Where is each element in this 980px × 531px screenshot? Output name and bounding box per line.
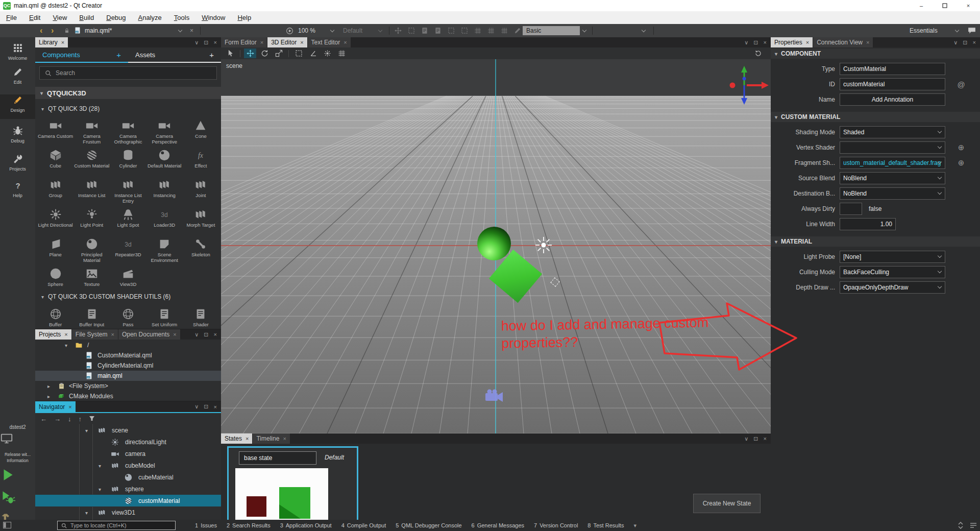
library-tab-library[interactable]: Library×	[35, 37, 68, 47]
close-document-icon[interactable]: ×	[190, 24, 193, 37]
navigator-item-view3d1[interactable]: ▾view3D1	[35, 506, 221, 518]
dropdown-chevron-icon[interactable]	[938, 144, 942, 149]
component-camera-orthographic[interactable]: Camera Orthographic	[110, 118, 146, 146]
expander-icon[interactable]: ▸	[47, 383, 50, 389]
mode-edit[interactable]: Edit	[0, 66, 35, 91]
expander-icon[interactable]: ▾	[85, 510, 88, 515]
tab-close-icon[interactable]: ×	[64, 331, 67, 337]
projects-tab-file-system[interactable]: File System×	[72, 329, 118, 340]
forward-button[interactable]: ›	[51, 24, 54, 37]
menu-edit[interactable]: Edit	[23, 11, 46, 24]
field-vertex-shader[interactable]	[840, 141, 945, 154]
minimize-button[interactable]: –	[910, 0, 933, 11]
panes-expand-icon[interactable]: ▾	[633, 522, 636, 529]
tab-components[interactable]: Components +	[35, 47, 128, 63]
field-type[interactable]: CustomMaterial	[840, 63, 945, 75]
nav-forward-icon[interactable]: →	[54, 415, 61, 423]
style-selector[interactable]: Default	[343, 24, 362, 37]
pane-menu-icon[interactable]: ∨	[744, 39, 748, 46]
rotate-tool-icon[interactable]	[258, 49, 271, 58]
component-cylinder[interactable]: Cylinder	[110, 148, 146, 175]
output-pane-test-results[interactable]: 8Test Results	[587, 522, 624, 528]
menu-view[interactable]: View	[46, 11, 73, 24]
camera-gizmo[interactable]	[482, 389, 506, 403]
component-buffer-input[interactable]: Buffer Input	[74, 306, 110, 329]
expander-icon[interactable]: ▾	[65, 343, 67, 348]
dropdown-chevron-icon[interactable]	[938, 129, 942, 133]
navigator-item-camera[interactable]: camera	[35, 448, 221, 460]
output-pane-qml-debugger-console[interactable]: 5QML Debugger Console	[396, 522, 461, 528]
component-principled-material[interactable]: Principled Material	[74, 236, 110, 264]
field-culling-mode[interactable]: BackFaceCulling	[840, 266, 945, 278]
add-shader-icon[interactable]: ⊕	[954, 141, 968, 154]
component-cube[interactable]: Cube	[37, 148, 74, 175]
projects-tab-projects[interactable]: Projects×	[35, 329, 72, 340]
pane-close-icon[interactable]: ×	[214, 331, 217, 337]
state-thumbnail[interactable]	[235, 468, 328, 520]
component-camera-custom[interactable]: Camera Custom	[37, 118, 74, 146]
component-instance-list[interactable]: Instance List	[74, 177, 110, 205]
wide-dropdown-icon[interactable]	[642, 24, 645, 37]
tab-close-icon[interactable]: ×	[344, 39, 347, 45]
tab-close-icon[interactable]: ×	[111, 331, 114, 337]
create-new-state-button[interactable]: Create New State	[693, 494, 761, 513]
project-item-cylindermaterial-qml[interactable]: qmlCylinderMaterial.qml	[35, 360, 221, 371]
pane-menu-icon[interactable]: ∨	[194, 39, 199, 46]
editor-tab-3d-editor[interactable]: 3D Editor×	[267, 37, 307, 47]
section-component[interactable]: ▾COMPONENT	[771, 49, 980, 59]
tab-close-icon[interactable]: ×	[68, 404, 71, 410]
menu-help[interactable]: Help	[231, 11, 257, 24]
mode-projects[interactable]: Projects	[0, 153, 35, 178]
component-effect[interactable]: fxEffect	[183, 148, 219, 175]
component-instance-list-entry[interactable]: Instance List Entry	[110, 177, 146, 205]
library-module-header[interactable]: ▾QTQUICK3D	[35, 87, 221, 99]
pane-close-icon[interactable]: ×	[973, 39, 976, 45]
pane-menu-icon[interactable]: ∨	[953, 39, 958, 46]
projects-tab-open-documents[interactable]: Open Documents×	[118, 329, 181, 340]
component-light-point[interactable]: Light Point	[74, 207, 110, 234]
pane-menu-icon[interactable]: ∨	[744, 436, 748, 442]
dropdown-chevron-icon[interactable]	[938, 175, 942, 179]
component-group[interactable]: Group	[37, 177, 74, 205]
mode-debug[interactable]: Debug	[0, 125, 35, 150]
field-source-blend[interactable]: NoBlend	[840, 172, 945, 184]
expander-icon[interactable]: ▸	[47, 394, 50, 399]
output-pane-version-control[interactable]: 7Version Control	[534, 522, 578, 528]
component-morph-target[interactable]: Morph Target	[183, 207, 219, 234]
dropdown-chevron-icon[interactable]	[938, 190, 942, 195]
tab-close-icon[interactable]: ×	[260, 39, 263, 45]
pane-close-icon[interactable]: ×	[214, 39, 217, 45]
component-shader[interactable]: Shader	[183, 306, 219, 329]
pane-float-icon[interactable]: ⊡	[753, 39, 758, 46]
project-item-[interactable]: ▾/	[35, 340, 221, 350]
current-document[interactable]: main.qml*	[85, 24, 112, 37]
component-view3d[interactable]: View3D	[110, 266, 146, 294]
grid-tool-icon[interactable]	[335, 49, 348, 58]
toolbar-add-rect-icon[interactable]	[460, 27, 469, 35]
pane-list-icon[interactable]	[970, 522, 977, 528]
component-instancing[interactable]: Instancing	[146, 177, 183, 205]
component-custom-material[interactable]: Custom Material	[74, 148, 110, 175]
dropdown-chevron-icon[interactable]	[938, 254, 942, 258]
select-tool-icon[interactable]	[224, 49, 236, 58]
tab-close-icon[interactable]: ×	[866, 39, 869, 45]
output-pane-general-messages[interactable]: 6General Messages	[472, 522, 524, 528]
pane-up-down-icon[interactable]	[958, 522, 964, 529]
output-pane-compile-output[interactable]: 4Compile Output	[341, 522, 386, 528]
navigator-item-directionallight[interactable]: directionalLight	[35, 436, 221, 448]
checkbox-always-dirty[interactable]	[840, 203, 862, 215]
toolbar-fit-frame-icon[interactable]	[407, 27, 415, 35]
zoom-level[interactable]: 100 %	[298, 24, 315, 37]
tab-close-icon[interactable]: ×	[173, 331, 176, 337]
field-fragment-sh[interactable]: ustom_material_default_shader.frag	[840, 157, 945, 169]
close-button[interactable]: ×	[957, 0, 980, 11]
project-item-custommaterial-qml[interactable]: qmlCustomMaterial.qml	[35, 350, 221, 360]
editor-tab-form-editor[interactable]: Form Editor×	[221, 37, 267, 47]
add-shader-icon[interactable]: ⊕	[954, 157, 968, 169]
field-shading-mode[interactable]: Shaded	[840, 126, 945, 138]
pane-float-icon[interactable]: ⊡	[204, 403, 208, 410]
library-section-header[interactable]: ▾QT QUICK 3D (28)	[35, 103, 221, 114]
library-search-input[interactable]: Search	[39, 66, 217, 80]
library-section-header[interactable]: ▾QT QUICK 3D CUSTOM SHADER UTILS (6)	[35, 291, 221, 302]
properties-tab-properties[interactable]: Properties×	[771, 37, 813, 47]
